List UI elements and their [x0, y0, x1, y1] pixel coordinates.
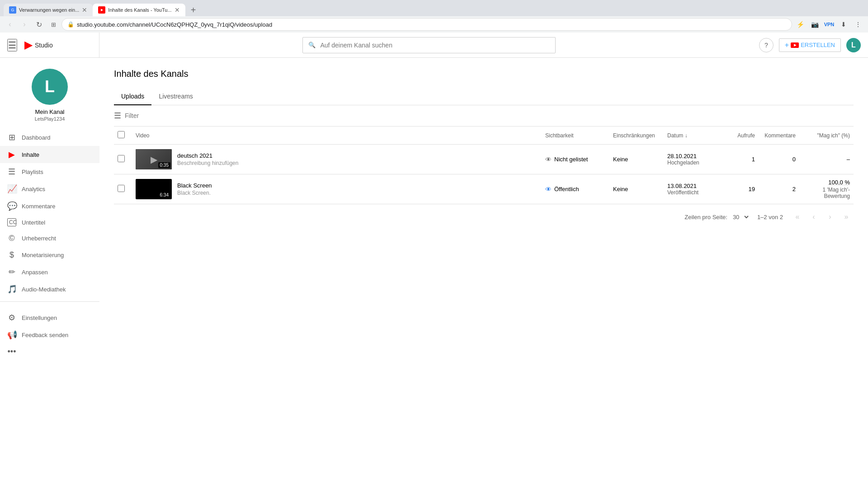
row1-visibility-icon: 👁 — [545, 156, 552, 163]
nav-label-subtitles: Untertitel — [22, 219, 45, 226]
nav-item-feedback[interactable]: 📢 Feedback senden — [0, 326, 99, 343]
reload-button[interactable]: ↻ — [33, 18, 45, 31]
nav-item-more[interactable]: ••• — [0, 343, 99, 360]
search-icon: 🔍 — [308, 42, 316, 48]
row1-date-cell: 28.10.2021 Hochgeladen — [667, 153, 719, 166]
hamburger-button[interactable]: ☰ — [7, 39, 17, 52]
screenshot-icon[interactable]: 📷 — [808, 18, 821, 31]
tab-close-1[interactable]: ✕ — [82, 6, 87, 14]
th-likes: "Mag ich" (%) — [799, 127, 854, 145]
home-button[interactable]: ⊞ — [47, 18, 60, 31]
forward-button[interactable]: › — [18, 18, 31, 31]
sort-icon: ↓ — [685, 132, 688, 139]
playlists-icon: ☰ — [7, 167, 16, 177]
prev-page-button[interactable]: ‹ — [807, 210, 821, 224]
menu-icon[interactable]: ⋮ — [852, 18, 864, 31]
th-views: Aufrufe — [722, 127, 759, 145]
table-row: ▶ 0:35 deutsch 2021 Beschreibung hinzufü… — [114, 145, 854, 174]
browser-tabs: G Verwarnungen wegen ein... ✕ ▶ Inhalte … — [0, 0, 868, 16]
row1-restrictions: Keine — [609, 145, 664, 174]
main-content: Inhalte des Kanals Uploads Livestreams ☰ — [99, 58, 868, 488]
new-tab-button[interactable]: + — [187, 4, 200, 16]
nav-item-audio[interactable]: 🎵 Audio-Mediathek — [0, 281, 99, 298]
nav-label-customize: Anpassen — [22, 269, 48, 276]
row2-date: 13.08.2021 Veröffentlicht — [664, 174, 722, 204]
row1-visibility-cell: 👁 Nicht gelistet — [545, 156, 606, 163]
row2-views: 19 — [722, 174, 759, 204]
lock-icon: 🔒 — [67, 21, 74, 28]
browser-toolbar: ⚡ 📷 VPN ⬇ ⋮ — [794, 18, 864, 31]
row1-checkbox[interactable] — [118, 155, 125, 162]
first-page-button[interactable]: « — [790, 210, 805, 224]
tab-favicon-2: ▶ — [98, 6, 105, 14]
row1-comments: 0 — [759, 145, 799, 174]
row2-thumbnail[interactable]: 6:34 — [136, 179, 172, 199]
row2-likes-value: 100,0 % — [803, 179, 850, 186]
last-page-button[interactable]: » — [839, 210, 854, 224]
th-video: Video — [132, 127, 542, 145]
create-button[interactable]: + ▶ ERSTELLEN — [779, 38, 841, 52]
page-info: 1–2 von 2 — [757, 214, 783, 221]
search-input[interactable] — [320, 42, 550, 49]
tab-uploads[interactable]: Uploads — [114, 88, 151, 105]
row2-checkbox[interactable] — [118, 185, 125, 192]
browser-chrome: G Verwarnungen wegen ein... ✕ ▶ Inhalte … — [0, 0, 868, 33]
next-page-button[interactable]: › — [823, 210, 837, 224]
channel-avatar: L — [32, 69, 68, 105]
extensions-icon[interactable]: ⚡ — [794, 18, 807, 31]
help-button[interactable]: ? — [759, 38, 774, 52]
th-date[interactable]: Datum ↓ — [664, 127, 722, 145]
nav-bottom: ⚙ Einstellungen 📢 Feedback senden ••• — [0, 305, 99, 364]
nav-item-content[interactable]: ▶ Inhalte — [0, 146, 99, 163]
dashboard-icon: ⊞ — [7, 132, 16, 142]
nav-item-monetization[interactable]: $ Monetarisierung — [0, 247, 99, 263]
rows-per-page-label: Zeilen pro Seite: — [684, 214, 727, 221]
row1-visibility-label: Nicht gelistet — [554, 156, 588, 163]
nav-label-comments: Kommentare — [22, 203, 55, 210]
nav-label-settings: Einstellungen — [22, 314, 57, 321]
nav-label-audio: Audio-Mediathek — [22, 286, 66, 293]
app: ☰ ▶ Studio L Mein Kanal LetsPlay1234 — [0, 33, 868, 488]
browser-tab-1[interactable]: G Verwarnungen wegen ein... ✕ — [4, 4, 93, 16]
nav-item-comments[interactable]: 💬 Kommentare — [0, 197, 99, 215]
nav-item-analytics[interactable]: 📈 Inhalte des Kanals Analytics — [0, 180, 99, 197]
tab-title-1: Verwarnungen wegen ein... — [19, 7, 79, 13]
search-box[interactable]: 🔍 — [302, 37, 556, 53]
tab-favicon-1: G — [9, 6, 16, 14]
nav-item-playlists[interactable]: ☰ Playlists — [0, 163, 99, 180]
table-body: ▶ 0:35 deutsch 2021 Beschreibung hinzufü… — [114, 145, 854, 204]
nav-item-dashboard[interactable]: ⊞ Dashboard — [0, 129, 99, 146]
customize-icon: ✏ — [7, 267, 16, 277]
vpn-icon[interactable]: VPN — [823, 18, 835, 31]
row1-video-info: deutsch 2021 Beschreibung hinzufügen — [177, 152, 238, 166]
row1-thumbnail[interactable]: ▶ 0:35 — [136, 149, 172, 169]
nav-item-customize[interactable]: ✏ Anpassen — [0, 263, 99, 281]
nav-divider — [0, 301, 99, 302]
user-avatar[interactable]: L — [846, 38, 861, 52]
filter-input[interactable] — [125, 112, 854, 119]
tab-livestreams[interactable]: Livestreams — [151, 88, 200, 105]
tab-close-2[interactable]: ✕ — [175, 6, 180, 14]
main-layout: ☰ ▶ Studio L Mein Kanal LetsPlay1234 — [0, 33, 868, 488]
nav-channel: L Mein Kanal LetsPlay1234 — [0, 61, 99, 129]
address-bar[interactable]: 🔒 studio.youtube.com/channel/UCocN6zQPHQ… — [61, 18, 792, 31]
nav-item-settings[interactable]: ⚙ Einstellungen — [0, 309, 99, 326]
nav-item-copyright[interactable]: © Urheberrecht — [0, 230, 99, 247]
yt-flag: ▶ — [791, 42, 799, 48]
row1-views: 1 — [722, 145, 759, 174]
row2-visibility-label: Öffentlich — [554, 186, 579, 192]
back-button[interactable]: ‹ — [4, 18, 16, 31]
audio-icon: 🎵 — [7, 284, 16, 294]
url-text: studio.youtube.com/channel/UCocN6zQPHQZ_… — [77, 21, 272, 28]
nav-item-subtitles[interactable]: CC Untertitel — [0, 215, 99, 230]
row2-video-info: Black Screen Black Screen. — [177, 182, 212, 196]
nav-label-copyright: Urheberrecht — [22, 235, 56, 242]
browser-tab-2[interactable]: ▶ Inhalte des Kanals - YouTu... ✕ — [93, 4, 185, 16]
row2-duration: 6:34 — [158, 192, 170, 198]
download-icon[interactable]: ⬇ — [837, 18, 850, 31]
row2-restrictions: Keine — [609, 174, 664, 204]
select-all-checkbox[interactable] — [118, 131, 125, 138]
create-label: ERSTELLEN — [801, 42, 835, 48]
rows-per-page-select[interactable]: 30 50 100 — [731, 213, 750, 221]
page-nav: « ‹ › » — [790, 210, 854, 224]
